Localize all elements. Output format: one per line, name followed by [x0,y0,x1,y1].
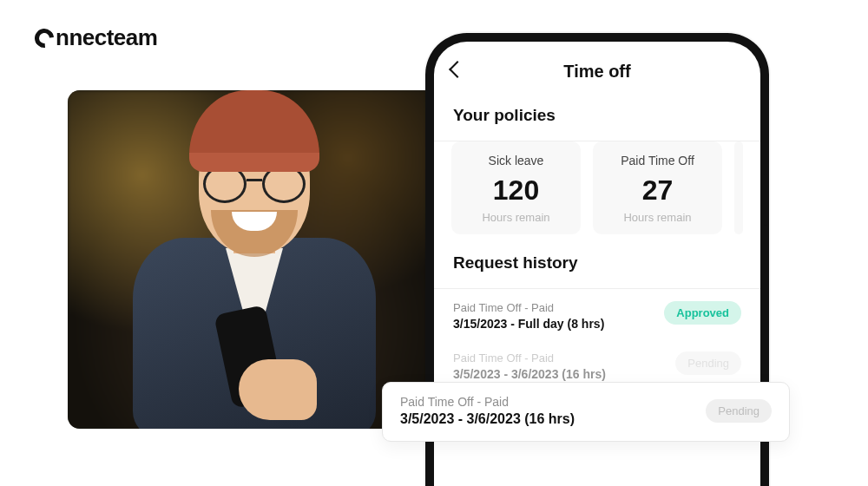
brand-c-icon [31,24,58,51]
request-history-heading: Request history [434,240,760,283]
policy-label: Paid Time Off [600,154,715,167]
status-badge-approved: Approved [664,301,741,325]
history-type: Paid Time Off - Paid [453,351,606,364]
policy-sub: Hours remain [458,211,574,224]
history-range: 3/15/2023 - Full day (8 hrs) [453,317,604,331]
policy-card-sick-leave[interactable]: Sick leave 120 Hours remain [451,141,581,234]
history-text: Paid Time Off - Paid 3/5/2023 - 3/6/2023… [400,395,575,427]
history-range: 3/5/2023 - 3/6/2023 (16 hrs) [400,411,575,427]
chevron-left-icon [449,61,466,78]
brand-logo: nnecteam [35,24,157,51]
history-text: Paid Time Off - Paid 3/5/2023 - 3/6/2023… [453,351,606,381]
back-button[interactable] [451,63,464,79]
brand-text: nnecteam [56,24,157,51]
history-item[interactable]: Paid Time Off - Paid 3/15/2023 - Full da… [434,289,760,339]
photo-hand [239,359,317,420]
photo-person [124,238,385,429]
status-badge-pending: Pending [706,399,772,423]
phone-side-button [764,174,767,226]
floating-request-card[interactable]: Paid Time Off - Paid 3/5/2023 - 3/6/2023… [382,382,790,442]
history-range: 3/5/2023 - 3/6/2023 (16 hrs) [453,367,606,381]
policy-row[interactable]: Sick leave 120 Hours remain Paid Time Of… [434,141,760,240]
history-type: Paid Time Off - Paid [400,395,575,409]
policy-value: 27 [600,176,715,204]
policy-card-peek[interactable] [734,141,743,234]
canvas: nnecteam [0,0,868,486]
hero-photo [68,90,441,429]
policy-card-pto[interactable]: Paid Time Off 27 Hours remain [593,141,722,234]
history-text: Paid Time Off - Paid 3/15/2023 - Full da… [453,301,604,331]
history-type: Paid Time Off - Paid [453,301,604,314]
screen-title: Time off [563,62,630,82]
policy-label: Sick leave [458,154,574,167]
policies-heading: Your policies [434,92,760,135]
policy-sub: Hours remain [600,211,715,224]
policy-value: 120 [458,176,574,204]
status-badge-pending: Pending [675,351,741,375]
screen-header: Time off [434,50,760,92]
